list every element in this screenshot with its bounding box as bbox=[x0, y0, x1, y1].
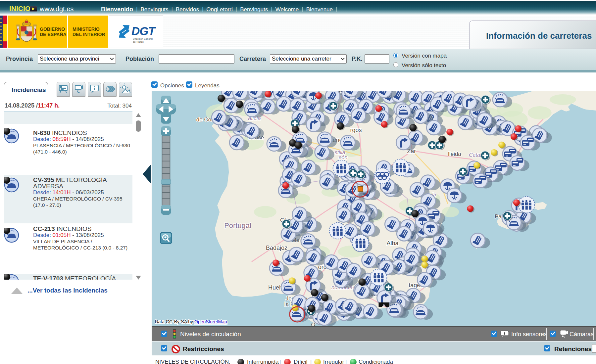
svg-text:lleida: lleida bbox=[448, 151, 461, 157]
svg-text:Badajoz: Badajoz bbox=[266, 245, 287, 251]
svg-text:DGT: DGT bbox=[131, 24, 156, 37]
svg-text:Alba: Alba bbox=[386, 240, 398, 247]
svg-text:Portugal: Portugal bbox=[224, 221, 251, 230]
svg-text:rgos: rgos bbox=[350, 127, 362, 133]
svg-text:eón: eón bbox=[339, 155, 348, 160]
svg-text:de Tráfico: de Tráfico bbox=[133, 40, 144, 43]
svg-text:Data CC-By-SA by OpenStreetMap: Data CC-By-SA by OpenStreetMap bbox=[155, 319, 227, 324]
svg-text:Pa: Pa bbox=[495, 213, 502, 220]
svg-text:Dirección General: Dirección General bbox=[133, 37, 153, 40]
